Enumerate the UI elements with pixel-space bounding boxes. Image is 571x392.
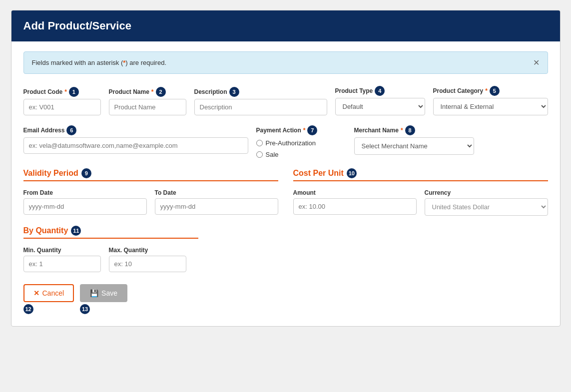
label-currency: Currency (425, 189, 548, 196)
field-product-type: Product Type 4 Default (335, 86, 425, 115)
radio-input-sale[interactable] (256, 151, 263, 158)
radio-sale[interactable]: Sale (256, 151, 346, 158)
label-payment-action: Payment Action* 7 (256, 125, 346, 135)
field-description: Description 3 (194, 87, 327, 115)
select-product-type[interactable]: Default (335, 98, 425, 115)
page-title: Add Product/Service (23, 19, 131, 32)
save-icon: 💾 (90, 289, 98, 297)
validity-period-divider (23, 180, 278, 181)
cancel-button[interactable]: ✕ Cancel (23, 284, 74, 302)
label-amount: Amount (293, 189, 417, 196)
page-header: Add Product/Service (11, 10, 560, 41)
input-max-quantity[interactable] (109, 256, 186, 272)
alert-banner: Fields marked with an asterisk (*) are r… (23, 51, 548, 74)
input-min-quantity[interactable] (23, 256, 101, 272)
label-from-date: From Date (23, 189, 147, 196)
field-currency: Currency United States Dollar (425, 189, 548, 216)
input-product-name[interactable] (109, 99, 186, 115)
field-email-address: Email Address 6 (23, 125, 248, 154)
label-product-type: Product Type 4 (335, 86, 425, 96)
label-product-category: Product Category* 5 (433, 86, 548, 96)
label-email-address: Email Address 6 (23, 125, 248, 135)
field-product-code: Product Code* 1 (23, 87, 101, 115)
label-to-date: To Date (155, 189, 278, 196)
validity-period-fields: From Date To Date (23, 189, 278, 215)
by-quantity-title: By Quantity 11 (23, 226, 548, 236)
input-to-date[interactable] (155, 198, 278, 215)
field-to-date: To Date (155, 189, 278, 215)
validity-period-title: Validity Period 9 (23, 168, 278, 178)
label-product-code: Product Code* 1 (23, 87, 101, 97)
alert-close-button[interactable]: ✕ (533, 58, 540, 67)
button-row: ✕ Cancel 12 💾 Save 13 (23, 284, 548, 314)
save-btn-wrapper: 💾 Save 13 (80, 284, 127, 314)
label-product-name: Product Name* 2 (109, 87, 186, 97)
input-product-code[interactable] (23, 99, 101, 115)
radio-label-pre-authorization: Pre-Authorization (266, 139, 316, 147)
input-email-address[interactable] (23, 137, 248, 154)
cancel-icon: ✕ (33, 289, 39, 297)
label-merchant-name: Merchant Name* 8 (354, 125, 474, 135)
label-min-quantity: Min. Quantity (23, 247, 101, 254)
main-container: Add Product/Service Fields marked with a… (11, 10, 561, 327)
field-amount: Amount (293, 189, 417, 216)
input-description[interactable] (194, 99, 327, 115)
field-merchant-name: Merchant Name* 8 Select Merchant Name (354, 125, 474, 155)
cost-per-unit-divider (293, 180, 548, 181)
by-quantity-divider (23, 238, 198, 239)
input-from-date[interactable] (23, 198, 147, 215)
form-body: Fields marked with an asterisk (*) are r… (11, 41, 560, 326)
cost-per-unit-section: Cost Per Unit 10 Amount Currency (293, 168, 548, 216)
select-product-category[interactable]: Internal & External (433, 98, 548, 115)
label-description: Description 3 (194, 87, 327, 97)
field-from-date: From Date (23, 189, 147, 215)
by-quantity-section: By Quantity 11 Min. Quantity Max. Quanti… (23, 226, 548, 272)
two-sections: Validity Period 9 From Date To Date (23, 168, 548, 226)
radio-input-pre-authorization[interactable] (256, 140, 263, 146)
by-quantity-fields: Min. Quantity Max. Quantity (23, 247, 548, 272)
field-product-name: Product Name* 2 (109, 87, 186, 115)
row-2: Email Address 6 Payment Action* 7 Pre-Au… (23, 125, 548, 158)
validity-period-section: Validity Period 9 From Date To Date (23, 168, 278, 216)
field-min-quantity: Min. Quantity (23, 247, 101, 272)
payment-action-radio-group: Pre-Authorization Sale (256, 137, 346, 158)
row-1: Product Code* 1 Product Name* 2 Descript… (23, 86, 548, 115)
select-currency[interactable]: United States Dollar (425, 198, 548, 216)
cost-per-unit-title: Cost Per Unit 10 (293, 168, 548, 178)
radio-pre-authorization[interactable]: Pre-Authorization (256, 139, 346, 147)
save-button[interactable]: 💾 Save (80, 284, 127, 302)
field-max-quantity: Max. Quantity (109, 247, 186, 272)
field-product-category: Product Category* 5 Internal & External (433, 86, 548, 115)
field-payment-action: Payment Action* 7 Pre-Authorization Sale (256, 125, 346, 158)
label-max-quantity: Max. Quantity (109, 247, 186, 254)
select-merchant-name[interactable]: Select Merchant Name (354, 137, 474, 155)
cancel-btn-wrapper: ✕ Cancel 12 (23, 284, 74, 314)
input-amount[interactable] (293, 198, 417, 215)
alert-message: Fields marked with an asterisk (*) are r… (32, 59, 167, 66)
radio-label-sale: Sale (266, 151, 279, 158)
cost-per-unit-fields: Amount Currency United States Dollar (293, 189, 548, 216)
